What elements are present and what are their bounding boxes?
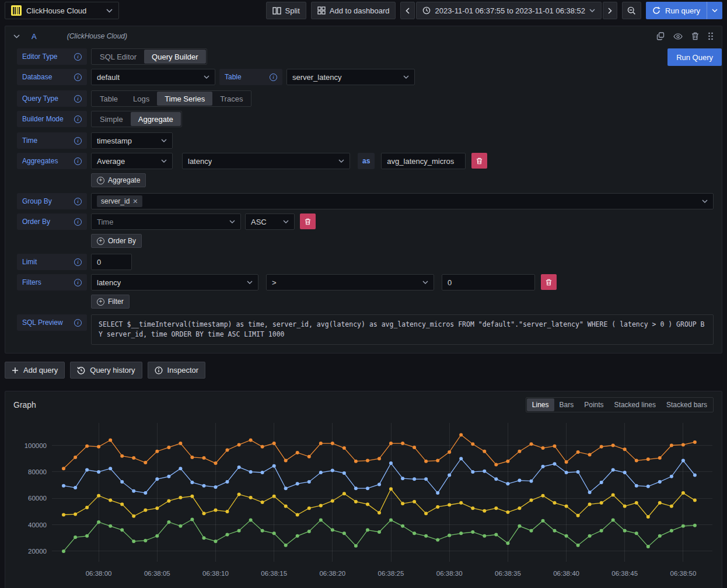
- duplicate-query-button[interactable]: [656, 32, 665, 40]
- graph-panel-title: Graph: [13, 400, 36, 410]
- split-icon: [272, 7, 281, 15]
- graph-style-stacked-lines[interactable]: Stacked lines: [609, 398, 661, 411]
- refresh-icon: [652, 6, 660, 15]
- graph-style-stacked-bars[interactable]: Stacked bars: [661, 398, 712, 411]
- zoom-out-button[interactable]: [622, 2, 641, 19]
- graph-style-points[interactable]: Points: [579, 398, 609, 411]
- info-icon: i: [74, 198, 82, 205]
- circle-plus-icon: +: [97, 177, 104, 184]
- remove-order-by-button[interactable]: [300, 214, 316, 229]
- drag-handle-icon[interactable]: [708, 32, 714, 40]
- add-to-dashboard-icon: [317, 6, 326, 15]
- query-ref-id: A: [32, 32, 37, 41]
- chevron-down-icon: [204, 75, 209, 79]
- split-button[interactable]: Split: [266, 2, 306, 19]
- svg-text:06:38:40: 06:38:40: [553, 570, 579, 577]
- run-query-split-button: Run query: [646, 2, 722, 19]
- query-type-option-table[interactable]: Table: [92, 92, 125, 106]
- inspector-button[interactable]: Inspector: [148, 362, 205, 379]
- builder-mode-option-simple[interactable]: Simple: [92, 112, 131, 126]
- zoom-out-icon: [627, 6, 636, 15]
- remove-filter-button[interactable]: [541, 274, 557, 290]
- aggregate-column-select[interactable]: latency: [182, 153, 350, 169]
- filter-value-input[interactable]: 0: [442, 274, 535, 290]
- time-range-picker[interactable]: 2023-11-01 06:37:55 to 2023-11-01 06:38:…: [416, 2, 602, 19]
- remove-query-button[interactable]: [691, 32, 699, 40]
- order-by-direction-select[interactable]: ASC: [245, 214, 295, 230]
- group-by-multiselect[interactable]: server_id ✕: [91, 193, 714, 209]
- info-icon: i: [74, 53, 82, 61]
- svg-text:06:38:35: 06:38:35: [495, 570, 521, 577]
- info-icon: i: [74, 158, 82, 165]
- sql-preview-label: SQL Previewi: [17, 314, 87, 331]
- query-editor-panel: A (ClickHouse Cloud) Run Query Editor Ty…: [5, 26, 722, 354]
- circle-plus-icon: +: [97, 237, 104, 245]
- table-select[interactable]: server_latency: [286, 69, 415, 85]
- database-select[interactable]: default: [91, 69, 215, 85]
- query-type-option-logs[interactable]: Logs: [125, 92, 157, 106]
- time-range-back-button[interactable]: [400, 2, 415, 19]
- add-order-by-button[interactable]: + Order By: [91, 234, 142, 248]
- add-aggregate-button[interactable]: + Aggregate: [91, 173, 146, 187]
- editor-type-option-sql-editor[interactable]: SQL Editor: [92, 50, 144, 64]
- chevron-down-icon: [338, 159, 344, 163]
- trash-icon: [691, 32, 699, 40]
- add-to-dashboard-label: Add to dashboard: [330, 6, 390, 15]
- graph-style-lines[interactable]: Lines: [527, 398, 554, 411]
- chart-plot-area[interactable]: 06:38:0006:38:0506:38:1006:38:1506:38:20…: [11, 417, 716, 587]
- chevron-down-icon: [229, 220, 235, 223]
- eye-icon: [673, 33, 683, 40]
- query-type-label: Query Typei: [17, 90, 87, 107]
- timeseries-chart[interactable]: 06:38:0006:38:0506:38:1006:38:1506:38:20…: [5, 414, 722, 588]
- clock-icon: [422, 6, 431, 15]
- aggregates-label: Aggregatesi: [17, 153, 87, 169]
- collapse-chevron-icon[interactable]: [13, 34, 20, 38]
- chevron-down-icon: [106, 9, 113, 13]
- svg-text:60000: 60000: [28, 495, 47, 502]
- add-query-button[interactable]: Add query: [5, 362, 65, 379]
- order-by-field-select[interactable]: Time: [91, 214, 241, 230]
- add-filter-button[interactable]: + Filter: [91, 295, 130, 309]
- builder-mode-toggle: Simple Aggregate: [91, 111, 182, 127]
- graph-style-bars[interactable]: Bars: [554, 398, 579, 411]
- svg-text:100000: 100000: [25, 442, 47, 449]
- query-row-header[interactable]: A (ClickHouse Cloud): [5, 26, 722, 46]
- editor-type-toggle: SQL Editor Query Builder: [91, 48, 207, 65]
- remove-aggregate-button[interactable]: [471, 153, 487, 169]
- info-icon: i: [74, 74, 82, 81]
- hide-query-button[interactable]: [673, 33, 683, 40]
- time-column-select[interactable]: timestamp: [91, 132, 173, 149]
- plus-icon: [12, 367, 19, 374]
- filter-operator-select[interactable]: >: [266, 274, 434, 290]
- chevron-left-icon: [406, 8, 410, 14]
- time-column-label: Timei: [17, 132, 87, 149]
- aggregate-alias-input[interactable]: avg_latency_micros: [381, 153, 466, 169]
- graph-panel: Graph Lines Bars Points Stacked lines St…: [5, 391, 722, 588]
- query-type-option-traces[interactable]: Traces: [212, 92, 250, 106]
- trash-icon: [305, 218, 311, 225]
- editor-type-option-query-builder[interactable]: Query Builder: [144, 50, 205, 64]
- as-keyword-chip: as: [358, 153, 375, 169]
- builder-mode-option-aggregate[interactable]: Aggregate: [131, 112, 181, 126]
- history-icon: [77, 366, 85, 374]
- time-range-forward-button[interactable]: [603, 2, 617, 19]
- limit-input[interactable]: 0: [91, 254, 132, 270]
- query-type-option-time-series[interactable]: Time Series: [157, 92, 212, 106]
- table-label: Tablei: [219, 69, 282, 85]
- chevron-down-icon: [283, 220, 289, 223]
- inspector-info-icon: [155, 366, 163, 374]
- run-query-options-button[interactable]: [707, 2, 722, 19]
- panel-run-query-button[interactable]: Run Query: [667, 48, 722, 66]
- info-icon: i: [74, 95, 82, 103]
- filter-field-select[interactable]: latency: [91, 274, 258, 290]
- add-to-dashboard-button[interactable]: Add to dashboard: [311, 2, 396, 19]
- svg-text:06:38:20: 06:38:20: [319, 570, 345, 577]
- datasource-picker[interactable]: ClickHouse Cloud: [5, 2, 119, 19]
- remove-tag-icon[interactable]: ✕: [132, 198, 138, 205]
- aggregate-function-select[interactable]: Average: [91, 153, 173, 169]
- run-query-button[interactable]: Run query: [646, 2, 707, 19]
- database-label: Databasei: [17, 69, 87, 85]
- query-history-button[interactable]: Query history: [70, 362, 142, 379]
- svg-text:06:38:10: 06:38:10: [202, 570, 229, 577]
- chevron-down-icon: [161, 159, 167, 163]
